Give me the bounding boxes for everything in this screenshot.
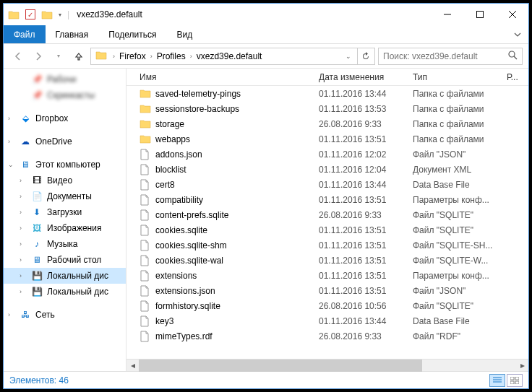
nav-videos[interactable]: › 🎞 Видео bbox=[4, 173, 126, 188]
file-row[interactable]: content-prefs.sqlite26.08.2016 9:33Файл … bbox=[126, 207, 528, 222]
nav-quick-item[interactable]: 📌 Рабочи bbox=[4, 71, 126, 87]
nav-desktop[interactable]: › 🖥 Рабочий стол bbox=[4, 252, 126, 268]
file-row[interactable]: saved-telemetry-pings01.11.2016 13:44Пап… bbox=[126, 86, 528, 101]
nav-forward-button[interactable] bbox=[30, 48, 47, 65]
expand-icon[interactable]: › bbox=[8, 311, 10, 318]
ribbon-tab-home[interactable]: Главная bbox=[46, 25, 99, 43]
ribbon-tab-view[interactable]: Вид bbox=[166, 25, 202, 43]
view-icons-button[interactable] bbox=[507, 374, 523, 387]
properties-icon[interactable]: ✓ bbox=[25, 9, 35, 19]
file-row[interactable]: mimeTypes.rdf26.08.2016 9:33Файл "RDF" bbox=[126, 328, 528, 344]
file-type: Файл "SQLITE-W... bbox=[407, 256, 501, 266]
minimize-button[interactable] bbox=[431, 4, 463, 25]
scroll-track[interactable] bbox=[139, 360, 516, 372]
new-folder-icon[interactable] bbox=[41, 9, 53, 19]
breadcrumb-seg-2[interactable]: vxezd39e.default bbox=[194, 48, 265, 64]
file-row[interactable]: formhistory.sqlite26.08.2016 10:56Файл "… bbox=[126, 298, 528, 313]
nav-quick-item[interactable]: 📌 Скринкасты bbox=[4, 87, 126, 103]
expand-icon[interactable]: › bbox=[20, 193, 22, 200]
maximize-button[interactable] bbox=[463, 4, 496, 25]
file-row[interactable]: storage26.08.2016 9:33Папка с файлами bbox=[126, 116, 528, 131]
file-row[interactable]: cookies.sqlite01.11.2016 13:51Файл "SQLI… bbox=[126, 222, 528, 238]
breadcrumb-seg-1[interactable]: Profiles bbox=[154, 48, 189, 64]
file-row[interactable]: cert801.11.2016 13:44Data Base File bbox=[126, 177, 528, 192]
column-header-date[interactable]: Дата изменения bbox=[313, 69, 407, 85]
file-name: key3 bbox=[155, 316, 173, 326]
file-row[interactable]: extensions01.11.2016 13:51Параметры конф… bbox=[126, 268, 528, 283]
folder-icon bbox=[140, 103, 151, 115]
nav-this-pc[interactable]: ⌄ 🖥 Этот компьютер bbox=[4, 157, 126, 173]
search-input[interactable]: Поиск: vxezd39e.default bbox=[378, 48, 523, 65]
scroll-thumb[interactable] bbox=[139, 360, 422, 372]
nav-onedrive[interactable]: › ☁ OneDrive bbox=[4, 134, 126, 149]
nav-music[interactable]: › ♪ Музыка bbox=[4, 236, 126, 252]
file-icon bbox=[140, 285, 151, 297]
nav-label: Сеть bbox=[35, 310, 55, 320]
nav-downloads[interactable]: › ⬇ Загрузки bbox=[4, 204, 126, 220]
file-type: Папка с файлами bbox=[407, 119, 501, 129]
file-type: Файл "SQLITE-SH... bbox=[407, 240, 501, 251]
window-title: vxezd39e.default bbox=[77, 9, 142, 19]
expand-icon[interactable]: › bbox=[20, 177, 22, 184]
file-row[interactable]: addons.json01.11.2016 12:02Файл "JSON" bbox=[126, 147, 528, 162]
nav-local-disk[interactable]: › 💾 Локальный дис bbox=[4, 268, 126, 284]
nav-recent-button[interactable]: ▾ bbox=[50, 48, 67, 65]
titlebar: ✓ ▾ | vxezd39e.default bbox=[4, 4, 528, 25]
file-row[interactable]: cookies.sqlite-shm01.11.2016 13:51Файл "… bbox=[126, 238, 528, 253]
ribbon-tab-share[interactable]: Поделиться bbox=[98, 25, 166, 43]
file-row[interactable]: compatibility01.11.2016 13:51Параметры к… bbox=[126, 192, 528, 207]
ribbon-expand-button[interactable] bbox=[507, 25, 528, 43]
file-type: Файл "SQLITE" bbox=[407, 210, 501, 220]
file-name: extensions.json bbox=[155, 286, 215, 296]
file-type: Папка с файлами bbox=[407, 104, 501, 114]
qat-dropdown-icon[interactable]: ▾ bbox=[59, 12, 61, 18]
column-header-name[interactable]: Имя bbox=[126, 69, 313, 85]
nav-network[interactable]: › 🖧 Сеть bbox=[4, 307, 126, 323]
file-row[interactable]: sessionstore-backups01.11.2016 13:53Папк… bbox=[126, 101, 528, 116]
file-row[interactable]: cookies.sqlite-wal01.11.2016 13:51Файл "… bbox=[126, 253, 528, 268]
chevron-right-icon[interactable]: › bbox=[189, 53, 194, 60]
nav-label: Локальный дис bbox=[47, 287, 108, 297]
refresh-button[interactable] bbox=[357, 48, 373, 64]
close-button[interactable] bbox=[496, 4, 528, 25]
computer-icon: 🖥 bbox=[20, 159, 31, 170]
file-row[interactable]: webapps01.11.2016 13:51Папка с файлами bbox=[126, 131, 528, 147]
nav-back-button[interactable] bbox=[9, 48, 27, 65]
expand-icon[interactable]: › bbox=[8, 115, 10, 122]
breadcrumb-history-dropdown[interactable]: ⌄ bbox=[344, 53, 353, 60]
expand-icon[interactable]: › bbox=[8, 138, 10, 145]
scroll-left-button[interactable]: ◂ bbox=[126, 360, 139, 372]
file-date: 01.11.2016 13:53 bbox=[313, 104, 407, 114]
expand-icon[interactable]: › bbox=[20, 209, 22, 216]
file-row[interactable]: key301.11.2016 13:44Data Base File bbox=[126, 313, 528, 328]
nav-dropbox[interactable]: › ⬙ Dropbox bbox=[4, 110, 126, 126]
nav-pictures[interactable]: › 🖼 Изображения bbox=[4, 220, 126, 236]
folder-icon bbox=[95, 50, 108, 63]
expand-icon[interactable]: › bbox=[20, 256, 22, 263]
ribbon-file-tab[interactable]: Файл bbox=[4, 25, 46, 43]
file-name: cert8 bbox=[155, 180, 175, 190]
nav-local-disk-2[interactable]: › 💾 Локальный дис bbox=[4, 284, 126, 300]
horizontal-scrollbar[interactable]: ◂ ▸ bbox=[126, 359, 528, 371]
file-type: Папка с файлами bbox=[407, 134, 501, 144]
chevron-right-icon[interactable]: › bbox=[111, 53, 116, 60]
nav-documents[interactable]: › 📄 Документы bbox=[4, 188, 126, 204]
column-header-type[interactable]: Тип bbox=[407, 69, 501, 85]
breadcrumb[interactable]: › Firefox › Profiles › vxezd39e.default … bbox=[90, 48, 375, 65]
chevron-right-icon[interactable]: › bbox=[149, 53, 154, 60]
expand-icon[interactable]: › bbox=[20, 272, 22, 279]
folder-icon bbox=[140, 134, 151, 145]
expand-icon[interactable]: › bbox=[20, 240, 22, 248]
expand-icon[interactable]: › bbox=[20, 288, 22, 295]
collapse-icon[interactable]: ⌄ bbox=[8, 161, 14, 168]
column-header-size[interactable]: Р... bbox=[501, 69, 528, 85]
file-row[interactable]: extensions.json01.11.2016 13:51Файл "JSO… bbox=[126, 283, 528, 298]
file-row[interactable]: blocklist01.11.2016 12:04Документ XML bbox=[126, 162, 528, 177]
scroll-right-button[interactable]: ▸ bbox=[516, 360, 528, 372]
nav-up-button[interactable] bbox=[70, 48, 87, 65]
expand-icon[interactable]: › bbox=[20, 225, 22, 232]
breadcrumb-seg-0[interactable]: Firefox bbox=[116, 48, 149, 64]
addressbar: ▾ › Firefox › Profiles › vxezd39e.defaul… bbox=[4, 44, 528, 69]
view-details-button[interactable] bbox=[489, 374, 505, 387]
file-list[interactable]: saved-telemetry-pings01.11.2016 13:44Пап… bbox=[126, 86, 528, 359]
